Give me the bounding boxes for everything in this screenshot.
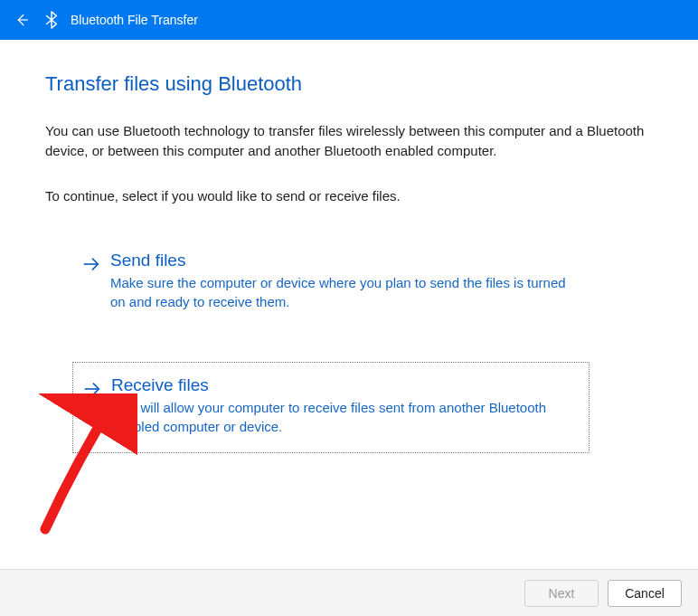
option-receive-desc: This will allow your computer to receive… — [111, 398, 580, 436]
cancel-button[interactable]: Cancel — [608, 580, 682, 607]
titlebar: Bluetooth File Transfer — [0, 0, 698, 40]
options-list: Send files Make sure the computer or dev… — [45, 238, 653, 453]
option-text: Send files Make sure the computer or dev… — [110, 251, 580, 311]
next-button: Next — [524, 580, 599, 607]
back-icon[interactable] — [11, 9, 33, 31]
arrow-right-icon — [82, 379, 102, 403]
page-heading: Transfer files using Bluetooth — [45, 72, 653, 96]
window-title: Bluetooth File Transfer — [71, 13, 198, 27]
option-send-files[interactable]: Send files Make sure the computer or dev… — [72, 238, 590, 327]
option-text: Receive files This will allow your compu… — [111, 375, 580, 436]
footer-bar: Next Cancel — [0, 569, 698, 616]
intro-text: You can use Bluetooth technology to tran… — [45, 121, 653, 161]
option-send-desc: Make sure the computer or device where y… — [110, 273, 580, 311]
option-receive-files[interactable]: Receive files This will allow your compu… — [72, 362, 590, 453]
bluetooth-icon — [45, 11, 58, 29]
option-send-title: Send files — [110, 251, 580, 270]
arrow-right-icon — [81, 254, 101, 278]
instruction-text: To continue, select if you would like to… — [45, 188, 653, 204]
option-receive-title: Receive files — [111, 375, 580, 395]
content-area: Transfer files using Bluetooth You can u… — [0, 40, 698, 453]
